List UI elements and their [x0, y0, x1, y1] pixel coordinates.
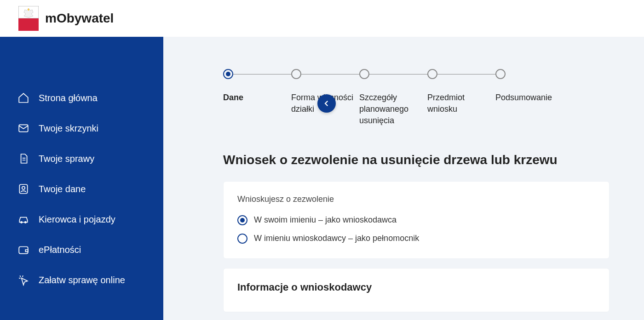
radio-icon	[237, 234, 247, 244]
sidebar-item-label: Twoje dane	[39, 184, 86, 194]
app-title: mObywatel	[45, 11, 114, 26]
radio-icon	[237, 215, 247, 225]
step-label: Szczegóły planowanego usunięcia	[359, 92, 427, 127]
step-label: Dane	[223, 92, 291, 103]
sidebar-item-mailboxes[interactable]: Twoje skrzynki	[0, 113, 163, 143]
sidebar-item-home[interactable]: Strona główna	[0, 83, 163, 113]
mail-icon	[17, 122, 29, 134]
permission-label: Wnioskujesz o zezwolenie	[237, 194, 595, 204]
step-indicator-icon	[291, 69, 301, 79]
cursor-click-icon	[17, 274, 29, 286]
step-removal-details[interactable]: Szczegóły planowanego usunięcia	[359, 69, 427, 127]
sidebar-item-label: ePłatności	[39, 245, 81, 255]
sidebar-item-online[interactable]: Załatw sprawę online	[0, 265, 163, 295]
svg-point-4	[22, 187, 25, 190]
step-indicator-icon	[223, 69, 233, 79]
sidebar-item-label: Załatw sprawę online	[39, 275, 125, 286]
step-summary[interactable]: Podsumowanie	[495, 69, 564, 127]
sidebar-item-payments[interactable]: ePłatności	[0, 234, 163, 265]
svg-rect-2	[19, 125, 28, 131]
radio-own-name[interactable]: W swoim imieniu – jako wnioskodawca	[237, 215, 595, 225]
home-icon	[17, 92, 29, 104]
permission-card: Wnioskujesz o zezwolenie W swoim imieniu…	[223, 181, 610, 259]
applicant-info-title: Informacje o wnioskodawcy	[237, 281, 595, 293]
sidebar-item-label: Twoje sprawy	[39, 154, 94, 164]
radio-label: W imieniu wnioskodawcy – jako pełnomocni…	[254, 234, 419, 243]
sidebar-collapse-button[interactable]	[317, 94, 336, 113]
radio-label: W swoim imieniu – jako wnioskodawca	[254, 215, 397, 225]
step-label: Podsumowanie	[495, 92, 564, 103]
svg-rect-1	[18, 18, 39, 31]
main-content: Dane Forma własności działki Szczegóły p…	[163, 37, 644, 320]
page-title: Wniosek o zezwolenie na usunięcie drzewa…	[223, 153, 610, 167]
chevron-left-icon	[322, 99, 331, 108]
step-indicator-icon	[495, 69, 506, 79]
svg-rect-3	[19, 184, 27, 194]
sidebar: Strona główna Twoje skrzynki Twoje spraw…	[0, 37, 163, 320]
applicant-info-card: Informacje o wnioskodawcy	[223, 268, 610, 312]
step-indicator-icon	[427, 69, 437, 79]
svg-rect-7	[19, 247, 28, 254]
progress-stepper: Dane Forma własności działki Szczegóły p…	[223, 69, 564, 127]
car-icon	[17, 213, 29, 225]
user-card-icon	[17, 183, 29, 195]
step-subject[interactable]: Przedmiot wniosku	[427, 69, 495, 127]
sidebar-item-your-data[interactable]: Twoje dane	[0, 174, 163, 204]
step-label: Przedmiot wniosku	[427, 92, 495, 115]
sidebar-item-label: Kierowca i pojazdy	[39, 214, 115, 225]
sidebar-item-label: Twoje skrzynki	[39, 123, 98, 134]
step-indicator-icon	[359, 69, 369, 79]
sidebar-item-label: Strona główna	[39, 93, 98, 103]
national-emblem-icon	[18, 6, 39, 31]
step-dane[interactable]: Dane	[223, 69, 291, 127]
sidebar-item-cases[interactable]: Twoje sprawy	[0, 143, 163, 174]
app-header: mObywatel	[0, 0, 644, 37]
sidebar-item-driver[interactable]: Kierowca i pojazdy	[0, 204, 163, 234]
wallet-icon	[17, 244, 29, 256]
document-icon	[17, 153, 29, 165]
radio-proxy[interactable]: W imieniu wnioskodawcy – jako pełnomocni…	[237, 234, 595, 244]
